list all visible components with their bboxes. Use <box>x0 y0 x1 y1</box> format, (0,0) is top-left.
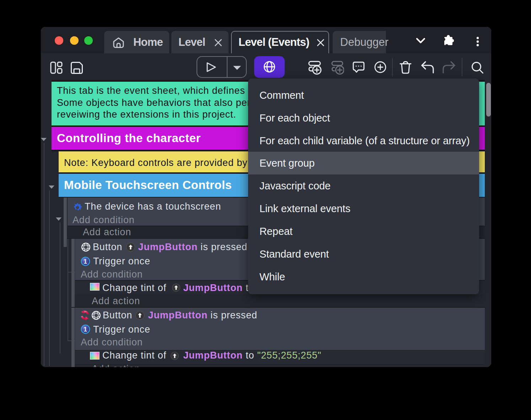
svg-text:1: 1 <box>84 258 87 265</box>
svg-text:1: 1 <box>84 326 87 333</box>
